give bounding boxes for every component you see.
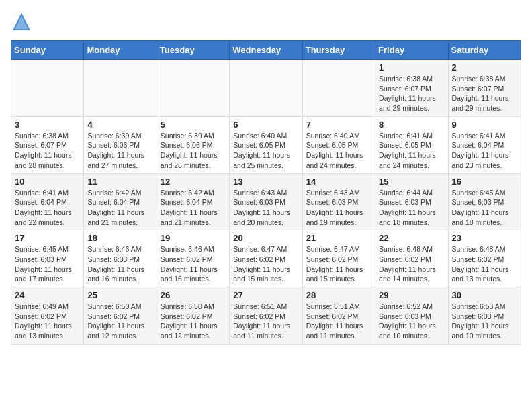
calendar-cell: 27Sunrise: 6:51 AM Sunset: 6:02 PM Dayli… (230, 287, 302, 345)
day-info: Sunrise: 6:39 AM Sunset: 6:06 PM Dayligh… (161, 131, 226, 171)
day-info: Sunrise: 6:49 AM Sunset: 6:02 PM Dayligh… (15, 302, 80, 341)
day-info: Sunrise: 6:41 AM Sunset: 6:05 PM Dayligh… (379, 131, 444, 171)
weekday-header: Tuesday (157, 41, 229, 60)
day-info: Sunrise: 6:51 AM Sunset: 6:02 PM Dayligh… (306, 302, 371, 341)
calendar-cell (230, 60, 302, 117)
day-info: Sunrise: 6:41 AM Sunset: 6:04 PM Dayligh… (452, 131, 517, 171)
day-number: 21 (306, 233, 371, 243)
calendar-cell (157, 60, 229, 117)
calendar-cell: 25Sunrise: 6:50 AM Sunset: 6:02 PM Dayli… (84, 287, 157, 345)
calendar-cell: 2Sunrise: 6:38 AM Sunset: 6:07 PM Daylig… (448, 60, 521, 117)
day-number: 17 (15, 233, 80, 243)
day-number: 9 (452, 120, 517, 130)
calendar-week-row: 3Sunrise: 6:38 AM Sunset: 6:07 PM Daylig… (11, 116, 521, 173)
day-number: 6 (233, 120, 298, 130)
day-number: 25 (87, 290, 152, 300)
weekday-header: Friday (375, 41, 448, 60)
calendar-week-row: 10Sunrise: 6:41 AM Sunset: 6:04 PM Dayli… (11, 173, 521, 230)
day-number: 4 (87, 120, 152, 130)
day-info: Sunrise: 6:39 AM Sunset: 6:06 PM Dayligh… (87, 131, 152, 171)
calendar-cell: 22Sunrise: 6:48 AM Sunset: 6:02 PM Dayli… (375, 230, 448, 287)
day-info: Sunrise: 6:48 AM Sunset: 6:02 PM Dayligh… (452, 244, 517, 284)
day-info: Sunrise: 6:38 AM Sunset: 6:07 PM Dayligh… (452, 74, 517, 113)
logo-icon (11, 11, 32, 32)
day-number: 13 (233, 177, 298, 187)
day-info: Sunrise: 6:45 AM Sunset: 6:03 PM Dayligh… (452, 188, 517, 228)
day-number: 2 (452, 62, 517, 73)
day-number: 27 (233, 290, 298, 300)
day-number: 8 (379, 120, 444, 130)
day-number: 28 (306, 290, 371, 300)
calendar-cell: 8Sunrise: 6:41 AM Sunset: 6:05 PM Daylig… (375, 116, 448, 173)
calendar-cell: 16Sunrise: 6:45 AM Sunset: 6:03 PM Dayli… (448, 173, 521, 230)
day-number: 14 (306, 177, 371, 187)
day-info: Sunrise: 6:52 AM Sunset: 6:03 PM Dayligh… (379, 302, 444, 341)
day-number: 16 (452, 177, 517, 187)
day-number: 18 (87, 233, 152, 243)
weekday-header: Wednesday (230, 41, 302, 60)
calendar-cell: 11Sunrise: 6:42 AM Sunset: 6:04 PM Dayli… (84, 173, 157, 230)
calendar-cell: 14Sunrise: 6:43 AM Sunset: 6:03 PM Dayli… (302, 173, 375, 230)
day-info: Sunrise: 6:38 AM Sunset: 6:07 PM Dayligh… (15, 131, 80, 171)
day-info: Sunrise: 6:43 AM Sunset: 6:03 PM Dayligh… (233, 188, 298, 228)
day-number: 10 (15, 177, 80, 187)
day-number: 19 (161, 233, 226, 243)
calendar-cell: 28Sunrise: 6:51 AM Sunset: 6:02 PM Dayli… (302, 287, 375, 345)
day-info: Sunrise: 6:53 AM Sunset: 6:03 PM Dayligh… (452, 302, 517, 341)
page-header (11, 11, 521, 32)
calendar-cell: 4Sunrise: 6:39 AM Sunset: 6:06 PM Daylig… (84, 116, 157, 173)
calendar-cell: 17Sunrise: 6:45 AM Sunset: 6:03 PM Dayli… (11, 230, 84, 287)
day-info: Sunrise: 6:42 AM Sunset: 6:04 PM Dayligh… (161, 188, 226, 228)
calendar-cell: 24Sunrise: 6:49 AM Sunset: 6:02 PM Dayli… (11, 287, 84, 345)
calendar-table: SundayMondayTuesdayWednesdayThursdayFrid… (11, 40, 521, 345)
day-info: Sunrise: 6:46 AM Sunset: 6:03 PM Dayligh… (87, 244, 152, 284)
day-info: Sunrise: 6:46 AM Sunset: 6:02 PM Dayligh… (161, 244, 226, 284)
calendar-cell: 20Sunrise: 6:47 AM Sunset: 6:02 PM Dayli… (230, 230, 302, 287)
day-info: Sunrise: 6:44 AM Sunset: 6:03 PM Dayligh… (379, 188, 444, 228)
calendar-cell: 26Sunrise: 6:50 AM Sunset: 6:02 PM Dayli… (157, 287, 229, 345)
weekday-header-row: SundayMondayTuesdayWednesdayThursdayFrid… (11, 41, 521, 60)
day-number: 20 (233, 233, 298, 243)
calendar-cell: 5Sunrise: 6:39 AM Sunset: 6:06 PM Daylig… (157, 116, 229, 173)
day-number: 30 (452, 290, 517, 300)
weekday-header: Sunday (11, 41, 84, 60)
calendar-cell (302, 60, 375, 117)
calendar-cell: 23Sunrise: 6:48 AM Sunset: 6:02 PM Dayli… (448, 230, 521, 287)
day-info: Sunrise: 6:50 AM Sunset: 6:02 PM Dayligh… (87, 302, 152, 341)
calendar-week-row: 1Sunrise: 6:38 AM Sunset: 6:07 PM Daylig… (11, 60, 521, 117)
day-number: 23 (452, 233, 517, 243)
calendar-cell (84, 60, 157, 117)
calendar-week-row: 24Sunrise: 6:49 AM Sunset: 6:02 PM Dayli… (11, 287, 521, 345)
calendar-week-row: 17Sunrise: 6:45 AM Sunset: 6:03 PM Dayli… (11, 230, 521, 287)
calendar-cell: 13Sunrise: 6:43 AM Sunset: 6:03 PM Dayli… (230, 173, 302, 230)
day-info: Sunrise: 6:48 AM Sunset: 6:02 PM Dayligh… (379, 244, 444, 284)
day-number: 24 (15, 290, 80, 300)
day-info: Sunrise: 6:45 AM Sunset: 6:03 PM Dayligh… (15, 244, 80, 284)
day-number: 12 (161, 177, 226, 187)
day-number: 7 (306, 120, 371, 130)
weekday-header: Monday (84, 41, 157, 60)
day-number: 22 (379, 233, 444, 243)
day-info: Sunrise: 6:43 AM Sunset: 6:03 PM Dayligh… (306, 188, 371, 228)
calendar-cell: 7Sunrise: 6:40 AM Sunset: 6:05 PM Daylig… (302, 116, 375, 173)
day-info: Sunrise: 6:51 AM Sunset: 6:02 PM Dayligh… (233, 302, 298, 341)
calendar-cell: 30Sunrise: 6:53 AM Sunset: 6:03 PM Dayli… (448, 287, 521, 345)
day-info: Sunrise: 6:47 AM Sunset: 6:02 PM Dayligh… (306, 244, 371, 284)
weekday-header: Thursday (302, 41, 375, 60)
day-number: 1 (379, 62, 444, 73)
calendar-cell (11, 60, 84, 117)
day-number: 3 (15, 120, 80, 130)
day-info: Sunrise: 6:38 AM Sunset: 6:07 PM Dayligh… (379, 74, 444, 113)
calendar-cell: 1Sunrise: 6:38 AM Sunset: 6:07 PM Daylig… (375, 60, 448, 117)
day-number: 11 (87, 177, 152, 187)
calendar-cell: 9Sunrise: 6:41 AM Sunset: 6:04 PM Daylig… (448, 116, 521, 173)
calendar-cell: 21Sunrise: 6:47 AM Sunset: 6:02 PM Dayli… (302, 230, 375, 287)
day-number: 5 (161, 120, 226, 130)
day-info: Sunrise: 6:40 AM Sunset: 6:05 PM Dayligh… (233, 131, 298, 171)
logo (11, 11, 35, 32)
weekday-header: Saturday (448, 41, 521, 60)
calendar-cell: 19Sunrise: 6:46 AM Sunset: 6:02 PM Dayli… (157, 230, 229, 287)
day-info: Sunrise: 6:47 AM Sunset: 6:02 PM Dayligh… (233, 244, 298, 284)
day-info: Sunrise: 6:42 AM Sunset: 6:04 PM Dayligh… (87, 188, 152, 228)
calendar-cell: 3Sunrise: 6:38 AM Sunset: 6:07 PM Daylig… (11, 116, 84, 173)
